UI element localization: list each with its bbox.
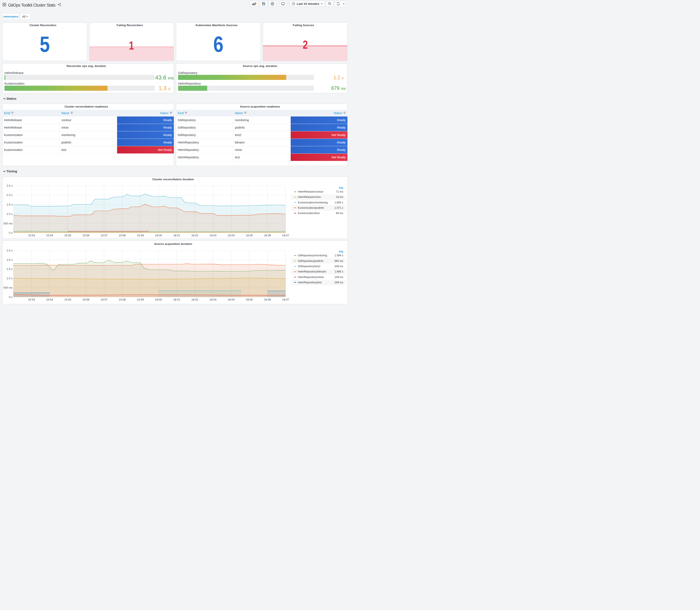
svg-text:16:03: 16:03 — [210, 234, 216, 237]
svg-text:15:55: 15:55 — [64, 298, 71, 301]
svg-text:16:07: 16:07 — [282, 234, 289, 237]
svg-text:15:54: 15:54 — [46, 298, 53, 301]
svg-text:15:58: 15:58 — [119, 234, 126, 237]
svg-text:16:01: 16:01 — [173, 298, 180, 301]
svg-text:16:04: 16:04 — [228, 234, 234, 237]
svg-text:16:05: 16:05 — [246, 298, 253, 301]
svg-text:15:54: 15:54 — [46, 234, 53, 237]
svg-text:15:59: 15:59 — [137, 234, 144, 237]
svg-text:16:06: 16:06 — [264, 234, 271, 237]
svg-text:16:00: 16:00 — [155, 298, 162, 301]
svg-text:16:02: 16:02 — [192, 298, 198, 301]
svg-text:15:58: 15:58 — [119, 298, 126, 301]
svg-text:16:05: 16:05 — [246, 234, 253, 237]
svg-text:2.5 s: 2.5 s — [6, 249, 13, 252]
svg-text:15:57: 15:57 — [100, 234, 108, 237]
svg-text:16:06: 16:06 — [264, 298, 271, 301]
svg-text:16:00: 16:00 — [155, 234, 162, 237]
svg-text:15:59: 15:59 — [137, 298, 144, 301]
svg-text:1.0 s: 1.0 s — [6, 277, 13, 280]
svg-text:1.5 s: 1.5 s — [6, 203, 13, 206]
svg-text:500 ms: 500 ms — [3, 286, 13, 289]
svg-text:16:02: 16:02 — [192, 234, 198, 237]
svg-text:15:55: 15:55 — [64, 234, 71, 237]
svg-text:1.5 s: 1.5 s — [6, 267, 13, 271]
svg-text:16:03: 16:03 — [210, 298, 216, 301]
svg-text:2.0 s: 2.0 s — [6, 193, 13, 197]
svg-text:1.0 s: 1.0 s — [6, 212, 13, 215]
svg-text:16:07: 16:07 — [282, 298, 289, 301]
svg-text:16:04: 16:04 — [228, 298, 234, 301]
svg-text:15:53: 15:53 — [28, 298, 35, 301]
svg-text:15:57: 15:57 — [100, 298, 108, 301]
svg-text:2.5 s: 2.5 s — [6, 184, 13, 187]
svg-text:16:01: 16:01 — [173, 234, 180, 237]
svg-text:2.0 s: 2.0 s — [6, 258, 13, 261]
svg-text:500 ms: 500 ms — [3, 222, 13, 225]
svg-text:15:53: 15:53 — [28, 234, 35, 237]
svg-text:0 s: 0 s — [9, 231, 13, 235]
svg-text:15:56: 15:56 — [82, 298, 89, 301]
svg-text:15:56: 15:56 — [82, 234, 89, 237]
svg-text:0 s: 0 s — [9, 295, 13, 299]
